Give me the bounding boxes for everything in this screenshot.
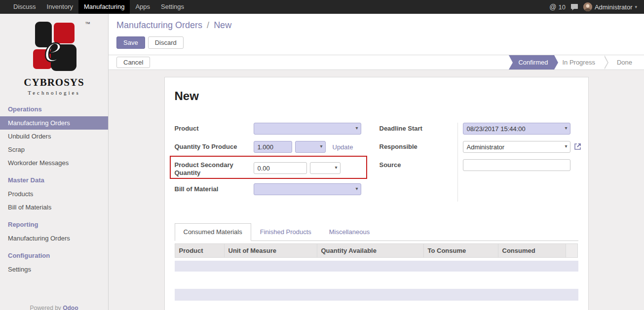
systray: @ 10 Administrator ▾ <box>547 0 644 14</box>
section-operations: Operations <box>0 99 108 116</box>
breadcrumb: Manufacturing Orders / New <box>116 20 644 31</box>
section-master-data: Master Data <box>0 170 108 187</box>
bill-of-material-label: Bill of Material <box>175 183 254 195</box>
main-menu: Discuss Inventory Manufacturing Apps Set… <box>0 0 189 14</box>
responsible-input[interactable] <box>463 141 570 153</box>
avatar <box>583 2 592 11</box>
user-name: Administrator <box>595 3 633 11</box>
mention-count: 10 <box>558 3 565 11</box>
brand-subtitle: Technologies <box>0 90 108 96</box>
discard-button[interactable]: Discard <box>148 36 184 49</box>
form-statusbar: Cancel Confirmed In Progress Done <box>109 55 644 70</box>
right-fields-group: ▾ ▾ <box>457 123 582 202</box>
deadline-start-dropdown: ▾ <box>463 123 570 135</box>
menu-discuss[interactable]: Discuss <box>8 0 41 14</box>
form-right-column: Deadline Start Responsible Source ▾ <box>379 123 582 202</box>
tab-miscellaneous[interactable]: Miscellaneous <box>320 223 379 241</box>
empty-row-stripe <box>175 261 578 272</box>
control-panel: Manufacturing Orders / New Save Discard <box>109 14 644 55</box>
tab-finished-products[interactable]: Finished Products <box>251 223 320 241</box>
quantity-input[interactable] <box>254 141 292 153</box>
odoo-link[interactable]: Odoo <box>63 305 78 310</box>
powered-by: Powered by Odoo <box>0 305 108 310</box>
powered-by-text: Powered by <box>30 305 61 310</box>
form-sheet: New Product ▾ <box>164 77 589 310</box>
deadline-start-input[interactable] <box>463 123 570 135</box>
product-label: Product <box>175 123 254 135</box>
cancel-button[interactable]: Cancel <box>116 57 150 68</box>
tab-consumed-materials[interactable]: Consumed Materials <box>175 223 251 241</box>
column-header-to-consume[interactable]: To Consume <box>424 243 498 258</box>
status-chevron-icon <box>603 55 609 69</box>
record-title: New <box>175 89 578 103</box>
consumed-materials-table-header: Product Unit of Measure Quantity Availab… <box>175 243 578 258</box>
mention-counter[interactable]: @ 10 <box>547 3 568 11</box>
quantity-to-produce-label: Quantity To Produce <box>175 141 254 153</box>
section-configuration: Configuration <box>0 245 108 263</box>
external-link-icon[interactable] <box>573 142 582 151</box>
empty-row-stripe <box>175 289 578 301</box>
product-input[interactable] <box>254 123 361 135</box>
sidebar-item-workorder-messages[interactable]: Workorder Messages <box>0 156 108 170</box>
bill-of-material-input[interactable] <box>254 183 361 195</box>
product-secondary-quantity-label: Product Secondary Quantity <box>175 159 254 177</box>
save-button[interactable]: Save <box>116 36 145 49</box>
top-navbar: Discuss Inventory Manufacturing Apps Set… <box>0 0 644 14</box>
breadcrumb-parent-link[interactable]: Manufacturing Orders <box>116 20 202 30</box>
menu-inventory[interactable]: Inventory <box>41 0 78 14</box>
secondary-quantity-row: Product Secondary Quantity ▾ <box>175 159 379 177</box>
source-input[interactable] <box>463 159 570 171</box>
at-icon: @ <box>549 3 556 11</box>
column-header-quantity-available[interactable]: Quantity Available <box>317 243 424 258</box>
menu-settings[interactable]: Settings <box>155 0 189 14</box>
quantity-uom-dropdown: ▾ <box>295 141 326 153</box>
status-confirmed[interactable]: Confirmed <box>509 55 554 69</box>
company-logo: ™ e CYBROSYS Technologies <box>0 14 108 99</box>
deadline-start-label: Deadline Start <box>379 123 457 141</box>
sidebar: ™ e CYBROSYS Technologies Operations Man… <box>0 14 109 310</box>
bill-of-material-dropdown: ▾ <box>254 183 361 195</box>
update-link[interactable]: Update <box>333 143 353 151</box>
brand-name: CYBROSYS <box>0 76 108 89</box>
sidebar-item-settings[interactable]: Settings <box>0 263 108 276</box>
breadcrumb-separator: / <box>205 20 211 30</box>
menu-manufacturing[interactable]: Manufacturing <box>78 0 130 14</box>
form-left-column: Product ▾ Quantity To Produce <box>175 123 379 202</box>
column-header-extra <box>566 243 578 258</box>
cybrosys-logo-icon: e <box>25 22 83 73</box>
source-label: Source <box>379 159 457 177</box>
secondary-uom-input[interactable] <box>310 162 341 174</box>
status-done[interactable]: Done <box>609 55 640 69</box>
secondary-uom-dropdown: ▾ <box>310 162 341 174</box>
column-header-unit-of-measure[interactable]: Unit of Measure <box>225 243 317 258</box>
sidebar-item-unbuild-orders[interactable]: Unbuild Orders <box>0 130 108 143</box>
column-header-consumed[interactable]: Consumed <box>498 243 566 258</box>
messages-icon[interactable] <box>570 3 579 11</box>
notebook-tabs: Consumed Materials Finished Products Mis… <box>175 223 578 241</box>
responsible-label: Responsible <box>379 141 457 159</box>
chevron-down-icon: ▾ <box>635 4 637 9</box>
status-pipeline: Confirmed In Progress Done <box>509 55 640 69</box>
section-reporting: Reporting <box>0 214 108 232</box>
column-header-product[interactable]: Product <box>175 243 225 258</box>
sidebar-item-manufacturing-orders[interactable]: Manufacturing Orders <box>0 116 108 130</box>
quantity-uom-input[interactable] <box>295 141 326 153</box>
form-view-area: New Product ▾ <box>109 70 644 310</box>
menu-apps[interactable]: Apps <box>130 0 155 14</box>
secondary-quantity-input[interactable] <box>254 162 307 174</box>
main-content: Manufacturing Orders / New Save Discard … <box>109 14 644 310</box>
breadcrumb-current: New <box>214 20 231 30</box>
sidebar-item-products[interactable]: Products <box>0 187 108 201</box>
status-in-progress[interactable]: In Progress <box>554 55 603 69</box>
sidebar-item-bill-of-materials[interactable]: Bill of Materials <box>0 201 108 214</box>
product-dropdown: ▾ <box>254 123 361 135</box>
sidebar-item-scrap[interactable]: Scrap <box>0 143 108 156</box>
sidebar-item-reporting-manufacturing-orders[interactable]: Manufacturing Orders <box>0 232 108 245</box>
responsible-dropdown: ▾ <box>463 141 570 153</box>
trademark-symbol: ™ <box>85 21 90 27</box>
user-menu[interactable]: Administrator ▾ <box>582 2 638 11</box>
svg-text:e: e <box>44 27 61 69</box>
